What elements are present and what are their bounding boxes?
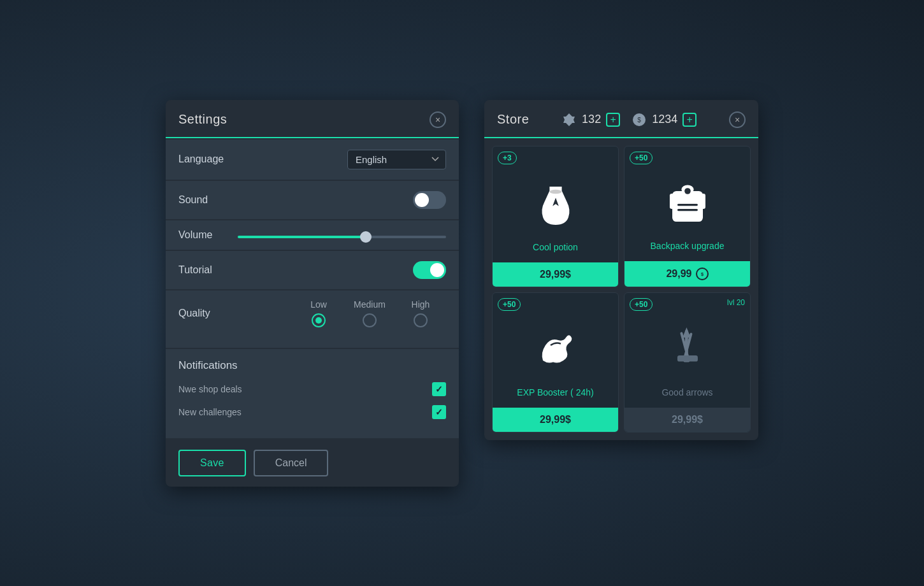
notif-label-2: New challenges: [178, 407, 242, 417]
notif-row-1: Nwe shop deals: [178, 382, 446, 396]
item-4-badge: +50: [630, 298, 653, 311]
svg-rect-18: [677, 355, 698, 362]
currency-2-value: 1234: [652, 113, 677, 126]
notif-label-1: Nwe shop deals: [178, 384, 242, 394]
svg-rect-10: [701, 194, 705, 209]
item-3-name: EXP Booster ( 24h): [517, 387, 593, 403]
item-4-icon-area: [662, 301, 713, 387]
store-item-4[interactable]: +50 lvl 20 Good arrows: [624, 292, 751, 432]
settings-close-button[interactable]: ×: [430, 111, 446, 128]
settings-header: Settings ×: [166, 100, 459, 138]
svg-rect-6: [684, 188, 691, 194]
backpack-icon: [662, 176, 713, 227]
volume-slider-wrap: [238, 229, 446, 241]
tutorial-toggle[interactable]: [413, 261, 446, 279]
language-select[interactable]: English Spanish French German: [347, 150, 446, 169]
volume-label: Volume: [178, 229, 212, 241]
store-title: Store: [497, 112, 529, 127]
item-3-price-value: 29,99$: [540, 414, 571, 425]
settings-body: Language English Spanish French German S…: [166, 139, 459, 438]
item-1-name: Cool potion: [533, 242, 578, 257]
item-3-icon-area: [530, 301, 581, 387]
notif-checkbox-2[interactable]: [432, 405, 446, 419]
quality-high-radio[interactable]: [414, 313, 428, 327]
item-4-price-value: 29,99$: [672, 414, 703, 425]
quality-medium-label: Medium: [354, 299, 386, 310]
notifications-title: Notifications: [178, 359, 446, 372]
arrows-icon: [662, 322, 713, 373]
svg-point-3: [549, 189, 561, 193]
quality-top: Quality Low Medium High: [178, 299, 446, 327]
page-wrapper: Settings × Language English Spanish Fren…: [166, 100, 758, 487]
svg-text:$: $: [701, 271, 704, 277]
crystal-icon: [561, 112, 577, 127]
currency-group: 132 + $ 1234 +: [561, 112, 697, 127]
store-grid: +3 Cool potion 29,99$: [484, 138, 758, 440]
item-4-level: lvl 20: [727, 298, 745, 307]
tutorial-slider: [413, 261, 446, 279]
volume-slider[interactable]: [238, 236, 446, 238]
notif-checkbox-1[interactable]: [432, 382, 446, 396]
currency-1: 132 +: [561, 112, 620, 127]
potion-icon: [530, 176, 581, 227]
currency-1-add-button[interactable]: +: [606, 113, 620, 127]
svg-rect-9: [670, 194, 674, 209]
store-item-3-body: +50 EXP Booster ( 24h): [493, 293, 618, 408]
item-3-price: 29,99$: [493, 408, 618, 432]
item-1-price: 29,99$: [493, 262, 618, 287]
store-item-1[interactable]: +3 Cool potion 29,99$: [492, 146, 619, 287]
store-item-2-body: +50 Backpack upgrade: [624, 146, 750, 261]
svg-text:$: $: [637, 117, 641, 124]
svg-rect-4: [672, 191, 703, 222]
settings-title: Settings: [178, 112, 227, 127]
language-label: Language: [178, 154, 224, 165]
item-2-name: Backpack upgrade: [651, 241, 725, 256]
quality-low-label: Low: [310, 299, 327, 310]
volume-row: Volume: [166, 220, 459, 250]
item-3-badge: +50: [498, 298, 521, 311]
notifications-section: Notifications Nwe shop deals New challen…: [166, 349, 459, 438]
item-2-badge: +50: [630, 152, 653, 164]
store-panel: Store 132 + $ 1234: [484, 100, 758, 440]
sound-row: Sound: [166, 181, 459, 219]
store-item-1-body: +3 Cool potion: [493, 146, 618, 262]
save-button[interactable]: Save: [178, 450, 246, 476]
quality-row: Quality Low Medium High: [166, 290, 459, 348]
store-header: Store 132 + $ 1234: [484, 100, 758, 138]
store-close-button[interactable]: ×: [729, 111, 746, 128]
language-row: Language English Spanish French German: [166, 139, 459, 180]
quality-options: Low Medium High: [293, 299, 446, 327]
item-1-price-value: 29,99$: [540, 269, 571, 280]
store-item-3[interactable]: +50 EXP Booster ( 24h) 29,99$: [492, 292, 619, 432]
quality-low-radio[interactable]: [312, 313, 326, 327]
item-2-icon-area: [662, 154, 713, 241]
quality-option-low[interactable]: Low: [293, 299, 344, 327]
quality-high-label: High: [412, 299, 430, 310]
store-item-2[interactable]: +50 Backpack upgrade: [624, 146, 751, 287]
svg-rect-7: [677, 204, 698, 206]
quality-medium-radio[interactable]: [363, 313, 377, 327]
cancel-button[interactable]: Cancel: [254, 450, 329, 476]
tutorial-label: Tutorial: [178, 264, 212, 276]
currency-1-value: 132: [582, 113, 601, 126]
muscle-icon: [530, 322, 581, 373]
sound-toggle[interactable]: [413, 191, 446, 209]
coin-price-icon: $: [696, 268, 709, 280]
settings-panel: Settings × Language English Spanish Fren…: [166, 100, 459, 487]
coin-icon: $: [632, 112, 647, 127]
notif-row-2: New challenges: [178, 405, 446, 419]
item-1-icon-area: [530, 154, 581, 242]
quality-label: Quality: [178, 308, 210, 319]
sound-label: Sound: [178, 194, 208, 206]
store-title-group: Store: [497, 112, 529, 127]
tutorial-row: Tutorial: [166, 251, 459, 289]
quality-option-high[interactable]: High: [395, 299, 446, 327]
item-2-price-value: 29,99: [666, 268, 691, 280]
item-2-price: 29,99 $: [624, 261, 750, 287]
currency-2-add-button[interactable]: +: [682, 113, 697, 127]
item-4-name: Good arrows: [661, 387, 712, 403]
sound-slider: [413, 191, 446, 209]
quality-option-medium[interactable]: Medium: [344, 299, 395, 327]
item-1-badge: +3: [498, 152, 517, 164]
currency-2: $ 1234 +: [632, 112, 697, 127]
